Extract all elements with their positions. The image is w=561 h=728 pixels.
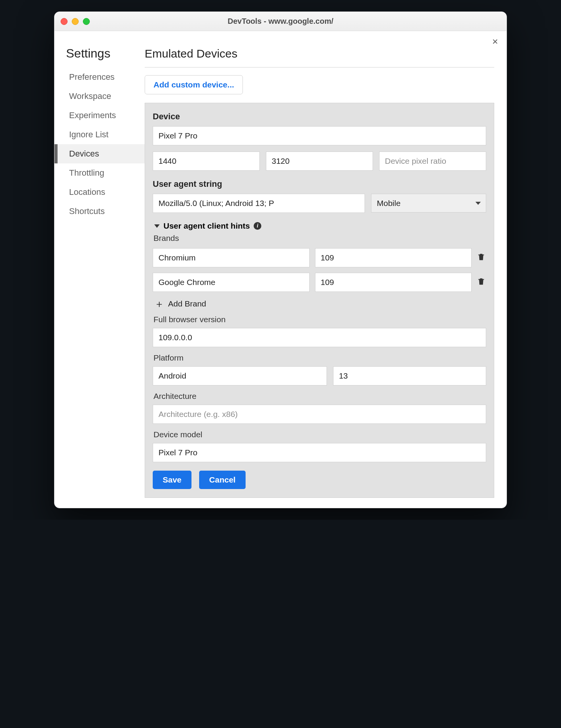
brand-version-input[interactable] (315, 248, 472, 267)
full-version-label: Full browser version (153, 315, 486, 324)
ua-type-select[interactable]: Mobile (371, 194, 486, 212)
sidebar-item-workspace[interactable]: Workspace (54, 87, 145, 106)
ua-string-input[interactable] (153, 194, 365, 213)
device-width-input[interactable] (153, 152, 260, 171)
platform-version-input[interactable] (333, 366, 486, 385)
device-model-label: Device model (153, 430, 486, 439)
trash-icon (477, 277, 485, 286)
device-height-input[interactable] (266, 152, 373, 171)
chevron-down-icon (154, 224, 160, 228)
architecture-label: Architecture (153, 392, 486, 401)
device-pixel-ratio-input[interactable] (379, 152, 486, 171)
add-brand-label: Add Brand (168, 299, 206, 308)
window-title: DevTools - www.google.com/ (54, 17, 507, 26)
device-model-input[interactable] (153, 443, 486, 462)
sidebar-item-devices[interactable]: Devices (54, 144, 145, 163)
devtools-window: DevTools - www.google.com/ × Settings Pr… (54, 12, 507, 508)
sidebar-item-locations[interactable]: Locations (54, 183, 145, 202)
device-section-label: Device (153, 112, 486, 122)
traffic-lights (61, 18, 90, 25)
client-hints-label: User agent client hints (163, 221, 250, 231)
add-custom-device-button[interactable]: Add custom device... (145, 75, 243, 94)
brands-label: Brands (153, 234, 486, 243)
divider (145, 67, 494, 68)
delete-brand-button[interactable] (477, 252, 486, 264)
device-form: Device User agent string Mobile (145, 103, 494, 498)
device-name-input[interactable] (153, 126, 486, 145)
platform-name-input[interactable] (153, 366, 327, 385)
delete-brand-button[interactable] (477, 277, 486, 288)
settings-heading: Settings (54, 46, 145, 68)
titlebar: DevTools - www.google.com/ (54, 12, 507, 31)
brand-name-input[interactable] (153, 248, 310, 267)
brand-row (153, 248, 486, 267)
minimize-window-button[interactable] (72, 18, 79, 25)
close-icon[interactable]: × (492, 36, 498, 46)
full-version-input[interactable] (153, 328, 486, 347)
brand-row (153, 273, 486, 292)
trash-icon (477, 252, 485, 262)
info-icon[interactable]: i (254, 222, 261, 230)
main-panel: Emulated Devices Add custom device... De… (145, 31, 507, 508)
close-window-button[interactable] (61, 18, 68, 25)
architecture-input[interactable] (153, 405, 486, 424)
cancel-button[interactable]: Cancel (199, 471, 246, 489)
settings-sidebar: Settings Preferences Workspace Experimen… (54, 31, 145, 508)
ua-type-select-wrap: Mobile (371, 194, 486, 213)
brand-version-input[interactable] (315, 273, 472, 292)
sidebar-item-experiments[interactable]: Experiments (54, 106, 145, 125)
ua-section-label: User agent string (153, 179, 486, 189)
zoom-window-button[interactable] (83, 18, 90, 25)
sidebar-item-ignore-list[interactable]: Ignore List (54, 125, 145, 144)
client-hints-header[interactable]: User agent client hints i (154, 221, 486, 231)
brand-name-input[interactable] (153, 273, 310, 292)
add-brand-button[interactable]: ＋ Add Brand (154, 299, 486, 309)
page-title: Emulated Devices (145, 47, 494, 60)
platform-label: Platform (153, 353, 486, 362)
sidebar-item-throttling[interactable]: Throttling (54, 163, 145, 183)
sidebar-item-shortcuts[interactable]: Shortcuts (54, 202, 145, 221)
save-button[interactable]: Save (153, 471, 191, 489)
sidebar-item-preferences[interactable]: Preferences (54, 68, 145, 87)
plus-icon: ＋ (154, 299, 164, 309)
